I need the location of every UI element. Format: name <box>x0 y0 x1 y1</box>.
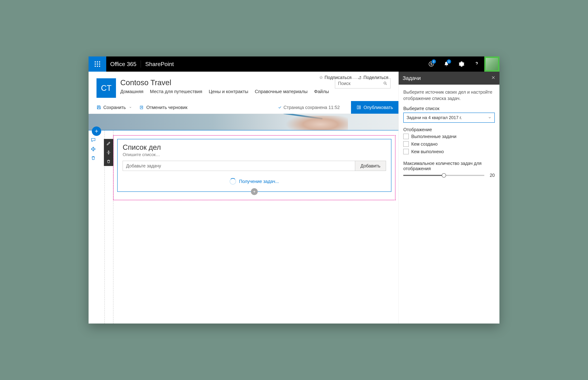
brand-sharepoint[interactable]: SharePoint <box>145 61 174 67</box>
loading-text: Получение задач... <box>239 179 279 184</box>
loading-indicator: Получение задач... <box>123 178 386 185</box>
nav-files[interactable]: Файлы <box>314 89 329 94</box>
page-canvas: Список дел Опишите список… Добавьте зада… <box>89 114 398 323</box>
app-launcher-button[interactable] <box>89 57 106 72</box>
task-placeholder: Добавьте задачу <box>126 163 161 169</box>
nav-pricing[interactable]: Цены и контракты <box>209 89 248 94</box>
svg-rect-8 <box>99 66 100 67</box>
slider-thumb[interactable] <box>442 173 446 178</box>
webpart-title[interactable]: Список дел <box>123 143 386 152</box>
trash-icon <box>106 159 111 164</box>
question-icon <box>474 61 480 67</box>
panel-title: Задачи <box>403 75 421 81</box>
comment-icon[interactable] <box>91 137 96 143</box>
site-nav: Домашняя Места для путешествия Цены и ко… <box>120 89 331 94</box>
svg-rect-2 <box>99 61 100 62</box>
delete-webpart-button[interactable] <box>104 157 113 166</box>
publish-icon <box>356 105 361 110</box>
close-icon <box>491 76 496 80</box>
checkbox-completed[interactable]: Выполненные задачи <box>403 134 495 139</box>
app-window: Office 365 SharePoint 2 2 <box>89 57 499 323</box>
checkbox-icon <box>403 149 409 154</box>
discard-button[interactable]: Отменить черновик <box>139 105 187 110</box>
left-pane: ☆ Подписаться Поделиться CT Contoso Trav… <box>89 72 398 323</box>
site-logo[interactable]: CT <box>96 78 116 98</box>
spinner-icon <box>230 178 236 185</box>
nav-home[interactable]: Домашняя <box>120 89 143 94</box>
add-task-input[interactable]: Добавьте задачу <box>123 161 355 171</box>
webpart-description[interactable]: Опишите список… <box>123 152 386 157</box>
svg-rect-12 <box>357 106 359 109</box>
add-section-button[interactable] <box>92 127 101 136</box>
display-label: Отображение <box>403 127 495 132</box>
tasks-webpart: Список дел Опишите список… Добавьте зада… <box>117 139 391 192</box>
close-panel-button[interactable] <box>491 75 496 81</box>
save-label: Сохранить <box>103 105 126 110</box>
list-dropdown[interactable]: Задачи на 4 квартал 2017 г. <box>403 113 495 123</box>
brand-office[interactable]: Office 365 <box>110 61 136 67</box>
discard-icon <box>139 105 144 110</box>
webpart-toolbar <box>104 139 113 166</box>
nav-reference[interactable]: Справочные материалы <box>255 89 308 94</box>
max-tasks-slider[interactable] <box>403 175 484 176</box>
checkbox-completed-label: Выполненные задачи <box>411 134 457 139</box>
move-icon <box>106 150 111 155</box>
notifications-button[interactable]: 2 <box>439 57 454 72</box>
status-text: Страница сохранена 11:52 <box>284 105 340 110</box>
save-status: Страница сохранена 11:52 <box>278 105 340 110</box>
section-rail <box>89 134 98 161</box>
user-avatar[interactable] <box>484 57 499 72</box>
svg-rect-5 <box>99 63 100 65</box>
checkbox-createdby[interactable]: Кем создано <box>403 141 495 147</box>
notifications-badge: 2 <box>447 59 451 64</box>
site-title: Contoso Travel <box>120 78 331 87</box>
plus-icon <box>253 190 256 193</box>
waffle-icon <box>94 61 101 67</box>
save-icon <box>96 105 101 110</box>
move-icon[interactable] <box>91 146 96 152</box>
command-bar: Сохранить Отменить черновик Страница сох… <box>89 101 398 114</box>
search-placeholder: Поиск <box>338 81 350 86</box>
slider-value: 20 <box>488 173 495 178</box>
body-row: ☆ Подписаться Поделиться CT Contoso Trav… <box>89 72 499 323</box>
chevron-down-icon <box>488 116 492 119</box>
save-button[interactable]: Сохранить <box>96 105 132 110</box>
help-button[interactable] <box>469 57 484 72</box>
gear-icon <box>459 61 465 67</box>
hero-banner[interactable] <box>89 114 398 131</box>
checkbox-completedby[interactable]: Кем выполнено <box>403 149 495 154</box>
svg-rect-1 <box>97 61 98 62</box>
skype-button[interactable]: 2 <box>424 57 439 72</box>
pencil-icon <box>106 141 111 146</box>
search-input[interactable]: Поиск <box>335 78 390 88</box>
add-task-button[interactable]: Добавить <box>355 161 386 171</box>
move-webpart-button[interactable] <box>104 148 113 157</box>
plus-icon <box>94 129 99 134</box>
panel-header: Задачи <box>399 72 499 85</box>
svg-point-10 <box>384 82 386 84</box>
svg-rect-7 <box>97 66 98 67</box>
brand-area: Office 365 SharePoint <box>106 57 174 72</box>
property-pane: Задачи Выберите источник своих дел и нас… <box>398 72 499 323</box>
svg-rect-4 <box>97 63 98 65</box>
chevron-down-icon <box>129 106 132 109</box>
select-list-label: Выберите список <box>403 106 495 111</box>
edit-webpart-button[interactable] <box>104 139 113 148</box>
discard-label: Отменить черновик <box>146 105 187 110</box>
slider-label: Максимальное количество задач для отобра… <box>403 161 495 171</box>
svg-rect-6 <box>95 66 96 67</box>
avatar-image <box>486 58 498 70</box>
add-webpart-button[interactable] <box>251 188 258 195</box>
checkbox-completedby-label: Кем выполнено <box>411 149 444 154</box>
webpart-zone: Список дел Опишите список… Добавьте зада… <box>113 135 396 200</box>
check-icon <box>278 105 282 109</box>
panel-intro: Выберите источник своих дел и настройте … <box>403 89 495 102</box>
add-task-label: Добавить <box>361 163 381 169</box>
suite-bar: Office 365 SharePoint 2 2 <box>89 57 499 72</box>
nav-places[interactable]: Места для путешествия <box>150 89 202 94</box>
publish-button[interactable]: Опубликовать <box>351 101 398 114</box>
site-header: ☆ Подписаться Поделиться CT Contoso Trav… <box>89 72 398 98</box>
brand-divider <box>141 60 141 68</box>
settings-button[interactable] <box>454 57 469 72</box>
delete-icon[interactable] <box>91 155 96 161</box>
